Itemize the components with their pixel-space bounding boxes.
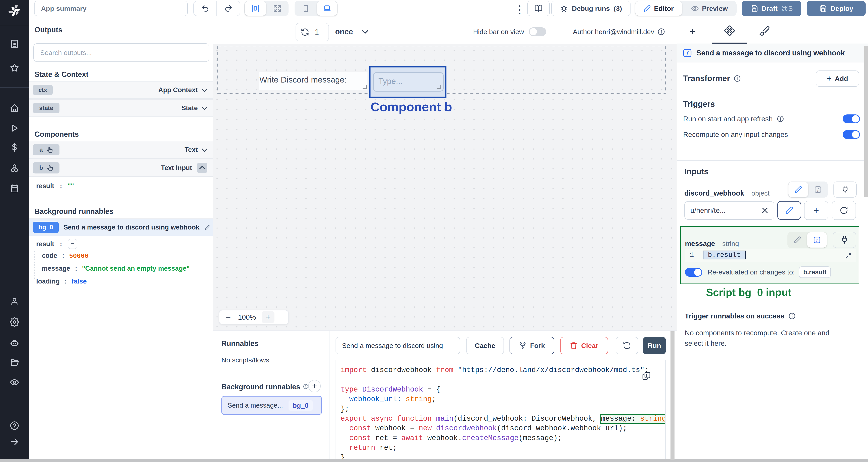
svg-text:f: f xyxy=(817,188,819,192)
svg-text:f: f xyxy=(687,51,689,56)
svg-text:f: f xyxy=(816,238,818,242)
